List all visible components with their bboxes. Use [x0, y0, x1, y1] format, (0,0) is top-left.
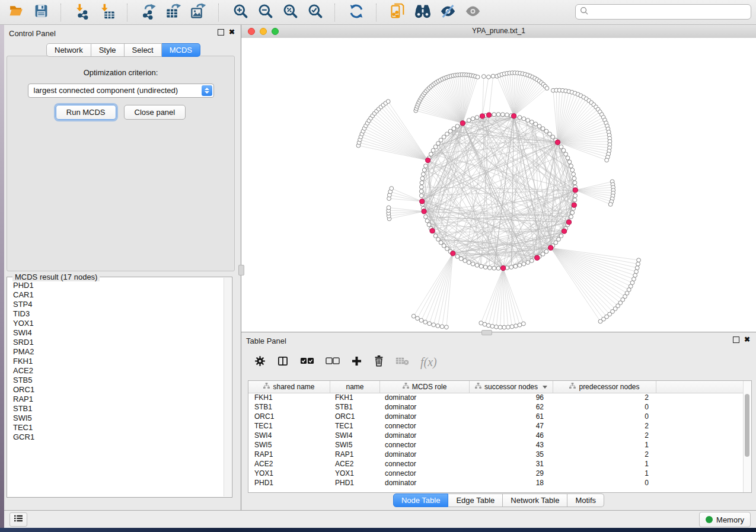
- tab-node-table[interactable]: Node Table: [393, 493, 449, 507]
- mcds-node-yox1[interactable]: YOX1: [13, 319, 224, 328]
- table-cell[interactable]: 29: [470, 469, 553, 478]
- task-history-button[interactable]: [9, 512, 27, 527]
- table-cell[interactable]: dominator: [380, 393, 470, 402]
- table-row[interactable]: ORC1ORC1dominator610: [248, 412, 744, 421]
- save-session-button[interactable]: [32, 4, 50, 21]
- mcds-node-car1[interactable]: CAR1: [13, 290, 224, 300]
- table-cell[interactable]: TEC1: [330, 421, 380, 431]
- table-cell[interactable]: SWI5: [248, 440, 330, 450]
- mcds-node-tec1[interactable]: TEC1: [13, 423, 224, 432]
- network-titlebar[interactable]: YPA_prune.txt_1: [241, 25, 756, 39]
- search-input[interactable]: [592, 7, 751, 17]
- column-header-mcds-role[interactable]: MCDS role: [380, 381, 470, 393]
- table-cell[interactable]: 43: [470, 440, 553, 450]
- table-cell[interactable]: dominator: [380, 450, 470, 459]
- table-cell[interactable]: 1: [553, 459, 656, 469]
- zoom-selected-button[interactable]: [306, 4, 324, 21]
- table-cell[interactable]: RAP1: [330, 450, 380, 459]
- table-cell[interactable]: dominator: [380, 412, 470, 421]
- search-box[interactable]: [575, 4, 751, 20]
- apply-layout-button[interactable]: [347, 4, 365, 21]
- export-image-button[interactable]: [190, 4, 208, 21]
- table-row[interactable]: ACE2ACE2connector311: [248, 459, 744, 469]
- mcds-node-stb5[interactable]: STB5: [13, 376, 224, 385]
- table-cell[interactable]: PHD1: [248, 478, 330, 488]
- mcds-node-fkh1[interactable]: FKH1: [13, 357, 224, 366]
- share-network-button[interactable]: [389, 4, 407, 21]
- mcds-node-tid3[interactable]: TID3: [13, 309, 224, 319]
- mcds-node-phd1[interactable]: PHD1: [13, 281, 224, 290]
- float-panel-icon[interactable]: [218, 29, 224, 36]
- table-cell[interactable]: 1: [553, 440, 656, 450]
- mcds-node-srd1[interactable]: SRD1: [13, 338, 224, 347]
- column-header-successor-nodes[interactable]: successor nodes: [470, 381, 553, 393]
- select-stepper-icon[interactable]: [202, 85, 212, 96]
- export-network-button[interactable]: [140, 4, 158, 21]
- table-row[interactable]: RAP1RAP1dominator352: [248, 450, 744, 459]
- table-cell[interactable]: SWI4: [330, 431, 380, 440]
- mcds-node-swi5[interactable]: SWI5: [13, 414, 224, 423]
- mcds-node-swi4[interactable]: SWI4: [13, 328, 224, 338]
- table-cell[interactable]: 2: [553, 450, 656, 459]
- column-header-shared-name[interactable]: shared name: [248, 381, 330, 393]
- table-cell[interactable]: PHD1: [330, 478, 380, 488]
- mcds-node-orc1[interactable]: ORC1: [13, 385, 224, 395]
- memory-button[interactable]: Memory: [699, 512, 751, 527]
- table-cell[interactable]: 1: [553, 469, 656, 478]
- table-row[interactable]: STB1STB1dominator620: [248, 402, 744, 412]
- float-panel-icon[interactable]: [733, 336, 739, 343]
- import-network-button[interactable]: [74, 4, 91, 21]
- table-cell[interactable]: dominator: [380, 402, 470, 412]
- mcds-node-pma2[interactable]: PMA2: [13, 347, 224, 357]
- table-cell[interactable]: 96: [470, 393, 553, 402]
- table-cell[interactable]: connector: [380, 469, 470, 478]
- table-cell[interactable]: connector: [380, 459, 470, 469]
- table-cell[interactable]: dominator: [380, 431, 470, 440]
- find-button[interactable]: [414, 4, 432, 21]
- mcds-node-stb1[interactable]: STB1: [13, 404, 224, 414]
- zoom-out-button[interactable]: [256, 4, 274, 21]
- chevron-down-icon[interactable]: [543, 386, 547, 389]
- table-cell[interactable]: FKH1: [248, 393, 330, 402]
- table-row[interactable]: SWI5SWI5connector431: [248, 440, 744, 450]
- import-table-button[interactable]: [98, 4, 116, 21]
- table-cell[interactable]: 2: [553, 431, 656, 440]
- tab-network[interactable]: Network: [46, 43, 91, 57]
- mcds-node-rap1[interactable]: RAP1: [13, 395, 224, 404]
- table-cell[interactable]: YOX1: [330, 469, 380, 478]
- table-cell[interactable]: STB1: [330, 402, 380, 412]
- table-cell[interactable]: 31: [470, 459, 553, 469]
- table-cell[interactable]: ORC1: [248, 412, 330, 421]
- network-graph[interactable]: [241, 38, 756, 332]
- table-cell[interactable]: SWI5: [330, 440, 380, 450]
- column-header-predecessor-nodes[interactable]: predecessor nodes: [553, 381, 656, 393]
- table-cell[interactable]: ACE2: [330, 459, 380, 469]
- table-cell[interactable]: TEC1: [248, 421, 330, 431]
- table-cell[interactable]: 2: [553, 421, 656, 431]
- tab-motifs[interactable]: Motifs: [567, 493, 604, 507]
- table-cell[interactable]: 35: [470, 450, 553, 459]
- table-cell[interactable]: SWI4: [248, 431, 330, 440]
- table-cell[interactable]: 0: [553, 412, 656, 421]
- table-cell[interactable]: connector: [380, 440, 470, 450]
- table-cell[interactable]: 0: [553, 478, 656, 488]
- optimization-select[interactable]: largest connected component (undirected): [28, 84, 214, 98]
- close-panel-icon[interactable]: ✖: [744, 336, 750, 343]
- delete-column-button[interactable]: [374, 355, 384, 369]
- mcds-node-gcr1[interactable]: GCR1: [13, 432, 224, 442]
- minimize-window-icon[interactable]: [260, 28, 267, 35]
- open-file-button[interactable]: [7, 4, 25, 21]
- table-row[interactable]: SWI4SWI4dominator462: [248, 431, 744, 440]
- network-canvas[interactable]: [241, 38, 756, 332]
- table-cell[interactable]: ACE2: [248, 459, 330, 469]
- show-columns-button[interactable]: [277, 355, 289, 369]
- table-cell[interactable]: ORC1: [330, 412, 380, 421]
- zoom-fit-button[interactable]: [281, 4, 299, 21]
- table-cell[interactable]: STB1: [248, 402, 330, 412]
- table-cell[interactable]: 18: [470, 478, 553, 488]
- table-cell[interactable]: dominator: [380, 478, 470, 488]
- tab-network-table[interactable]: Network Table: [503, 493, 567, 507]
- zoom-in-button[interactable]: [231, 4, 249, 21]
- table-cell[interactable]: YOX1: [248, 469, 330, 478]
- add-column-button[interactable]: [351, 355, 362, 369]
